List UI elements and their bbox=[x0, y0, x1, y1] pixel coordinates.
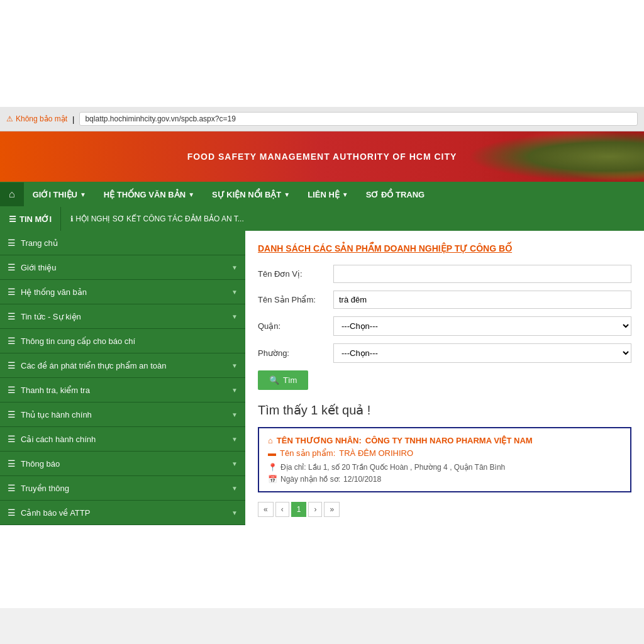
header-vegetables-decoration bbox=[455, 131, 644, 182]
date-label: Ngày nhận hồ sơ: bbox=[280, 475, 340, 484]
chevron-down-icon: ▼ bbox=[231, 387, 238, 394]
search-icon: 🔍 bbox=[269, 375, 279, 385]
pagination-first[interactable]: « bbox=[258, 502, 274, 517]
product-name: TRÀ ĐÊM ORIHIRO bbox=[339, 448, 413, 458]
calendar-icon: 📅 bbox=[268, 475, 277, 484]
phuong-select[interactable]: ---Chọn--- bbox=[333, 343, 631, 363]
menu-icon: ☰ bbox=[9, 214, 16, 224]
search-button[interactable]: 🔍 Tìm bbox=[258, 370, 308, 390]
sidebar-item-thu-tuc[interactable]: ☰ Thủ tục hành chính ▼ bbox=[0, 402, 245, 427]
results-count: Tìm thấy 1 kết quả ! bbox=[258, 402, 631, 418]
sidebar-item-de-an[interactable]: ☰ Các đề án phát triển thực phẩm an toàn… bbox=[0, 353, 245, 378]
chevron-down-icon: ▼ bbox=[284, 191, 290, 198]
san-pham-label: Tên Sản Phẩm: bbox=[258, 295, 333, 304]
location-icon: 📍 bbox=[268, 463, 277, 472]
menu-icon: ☰ bbox=[8, 311, 16, 321]
sidebar-item-he-thong-van-ban[interactable]: ☰ Hệ thống văn bản ▼ bbox=[0, 280, 245, 304]
pagination-next[interactable]: › bbox=[308, 502, 322, 517]
result-company: ⌂ TÊN THƯƠNG NHÂN: CÔNG TY TNHH NARO PHA… bbox=[268, 436, 621, 445]
don-vi-label: Tên Đơn Vị: bbox=[258, 269, 333, 279]
menu-icon: ☰ bbox=[8, 287, 16, 297]
chevron-down-icon: ▼ bbox=[342, 191, 348, 198]
sidebar-item-trang-chu[interactable]: ☰ Trang chủ bbox=[0, 231, 245, 255]
nav-item-lien-he[interactable]: LIÊN HỆ ▼ bbox=[299, 184, 357, 206]
quan-select[interactable]: ---Chọn--- bbox=[333, 316, 631, 336]
product-label: Tên sản phẩm: bbox=[280, 448, 335, 458]
company-name: CÔNG TY TNHH NARO PHARMA VIỆT NAM bbox=[365, 436, 533, 445]
news-ticker: ℹ HỘI NGHỊ SƠ KẾT CÔNG TÁC ĐẢM BẢO AN T.… bbox=[61, 214, 253, 223]
chevron-down-icon: ▼ bbox=[231, 509, 238, 516]
page-title: DANH SÁCH CÁC SẢN PHẨM DOANH NGHIỆP TỰ C… bbox=[258, 243, 631, 253]
pagination-current[interactable]: 1 bbox=[291, 502, 307, 517]
chevron-down-icon: ▼ bbox=[231, 436, 238, 443]
chevron-down-icon: ▼ bbox=[231, 289, 238, 296]
result-address: 📍 Địa chỉ: Lầu 1, số 20 Trần Quốc Hoàn ,… bbox=[268, 463, 621, 472]
warning-icon: ⚠ bbox=[6, 114, 13, 123]
search-form: Tên Đơn Vị: Tên Sản Phẩm: Quận: ---Chọn-… bbox=[258, 265, 631, 390]
menu-icon: ☰ bbox=[8, 336, 16, 346]
menu-icon: ☰ bbox=[8, 360, 16, 370]
sidebar-item-thanh-tra[interactable]: ☰ Thanh tra, kiểm tra ▼ bbox=[0, 378, 245, 402]
sidebar-item-cai-cach[interactable]: ☰ Cải cách hành chính ▼ bbox=[0, 427, 245, 452]
menu-icon: ☰ bbox=[8, 262, 16, 272]
don-vi-input[interactable] bbox=[333, 265, 631, 283]
phuong-label: Phường: bbox=[258, 348, 333, 358]
page-content: ☰ Trang chủ ☰ Giới thiệu ▼ ☰ Hệ thống vă… bbox=[0, 231, 644, 608]
chevron-down-icon: ▼ bbox=[231, 460, 238, 467]
product-icon: ▬ bbox=[268, 448, 276, 458]
result-product: ▬ Tên sản phẩm: TRÀ ĐÊM ORIHIRO bbox=[268, 448, 621, 458]
address-bar[interactable]: bqlattp.hochiminhcity.gov.vn/spcb.aspx?c… bbox=[79, 112, 638, 126]
pagination-last[interactable]: » bbox=[324, 502, 340, 517]
don-vi-row: Tên Đơn Vị: bbox=[258, 265, 631, 283]
menu-icon: ☰ bbox=[8, 238, 16, 248]
main-content: DANH SÁCH CÁC SẢN PHẨM DOANH NGHIỆP TỰ C… bbox=[245, 231, 644, 608]
result-date: 📅 Ngày nhận hồ sơ: 12/10/2018 bbox=[268, 475, 621, 484]
san-pham-input[interactable] bbox=[333, 291, 631, 309]
tin-moi-badge: ☰ TIN MỚI bbox=[0, 209, 60, 229]
phuong-row: Phường: ---Chọn--- bbox=[258, 343, 631, 363]
chevron-down-icon: ▼ bbox=[231, 485, 238, 492]
san-pham-row: Tên Sản Phẩm: bbox=[258, 291, 631, 309]
quan-label: Quận: bbox=[258, 321, 333, 331]
sidebar-item-tin-tuc[interactable]: ☰ Tin tức - Sự kiện ▼ bbox=[0, 304, 245, 329]
menu-icon: ☰ bbox=[8, 508, 16, 518]
chevron-down-icon: ▼ bbox=[231, 411, 238, 418]
pagination-prev[interactable]: ‹ bbox=[275, 502, 289, 517]
menu-icon: ☰ bbox=[8, 483, 16, 493]
chevron-down-icon: ▼ bbox=[80, 191, 86, 198]
info-icon: ℹ bbox=[70, 214, 74, 223]
home-icon: ⌂ bbox=[268, 436, 273, 445]
sidebar-item-thong-tin-bao-chi[interactable]: ☰ Thông tin cung cấp cho báo chí bbox=[0, 329, 245, 353]
nav-home-button[interactable]: ⌂ bbox=[0, 182, 24, 206]
sidebar-item-canh-bao[interactable]: ☰ Cảnh báo về ATTP ▼ bbox=[0, 501, 245, 525]
security-label: Không bảo mật bbox=[16, 114, 67, 123]
company-label: TÊN THƯƠNG NHÂN: bbox=[277, 436, 362, 445]
result-card: ⌂ TÊN THƯƠNG NHÂN: CÔNG TY TNHH NARO PHA… bbox=[258, 427, 631, 492]
menu-icon: ☰ bbox=[8, 458, 16, 469]
security-warning: ⚠ Không bảo mật bbox=[6, 114, 67, 123]
pagination: « ‹ 1 › » bbox=[258, 502, 631, 517]
sidebar: ☰ Trang chủ ☰ Giới thiệu ▼ ☰ Hệ thống vă… bbox=[0, 231, 245, 608]
chevron-down-icon: ▼ bbox=[231, 362, 238, 369]
site-tagline: FOOD SAFETY MANAGEMENT AUTHORITY OF HCM … bbox=[187, 152, 457, 162]
nav-item-su-kien-noi-bat[interactable]: SỰ KIỆN NỔI BẬT ▼ bbox=[203, 184, 299, 206]
menu-icon: ☰ bbox=[8, 385, 16, 395]
chevron-down-icon: ▼ bbox=[231, 313, 238, 320]
chevron-down-icon: ▼ bbox=[231, 264, 238, 271]
chevron-down-icon: ▼ bbox=[188, 191, 194, 198]
nav-item-so-do-trang[interactable]: SƠ ĐỒ TRANG bbox=[357, 184, 434, 206]
menu-icon: ☰ bbox=[8, 409, 16, 419]
sidebar-item-gioi-thieu[interactable]: ☰ Giới thiệu ▼ bbox=[0, 255, 245, 280]
nav-item-gioi-thieu[interactable]: GIỚI THIỆU ▼ bbox=[24, 184, 95, 206]
quan-row: Quận: ---Chọn--- bbox=[258, 316, 631, 336]
browser-chrome: ⚠ Không bảo mật | bqlattp.hochiminhcity.… bbox=[0, 107, 644, 131]
separator: | bbox=[72, 114, 74, 124]
site-header: FOOD SAFETY MANAGEMENT AUTHORITY OF HCM … bbox=[0, 131, 644, 182]
date-value: 12/10/2018 bbox=[343, 475, 381, 484]
sidebar-item-truyen-thong[interactable]: ☰ Truyền thông ▼ bbox=[0, 476, 245, 501]
nav-item-he-thong-van-ban[interactable]: HỆ THỐNG VĂN BẢN ▼ bbox=[95, 184, 203, 206]
sidebar-item-thong-bao[interactable]: ☰ Thông báo ▼ bbox=[0, 452, 245, 476]
main-navigation: ⌂ GIỚI THIỆU ▼ HỆ THỐNG VĂN BẢN ▼ SỰ KIỆ… bbox=[0, 182, 644, 207]
menu-icon: ☰ bbox=[8, 434, 16, 444]
